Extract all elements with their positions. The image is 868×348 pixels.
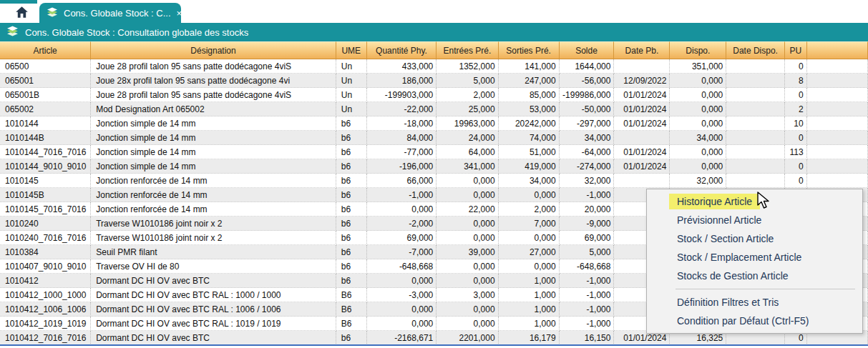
cell-date_dispo[interactable] <box>726 88 785 102</box>
cell-ume[interactable]: B6 <box>336 288 367 302</box>
cell-designation[interactable]: Seuil PMR filant <box>91 245 336 259</box>
cell-ume[interactable]: b6 <box>336 331 367 345</box>
cell-dispo[interactable]: 34,000 <box>670 131 726 145</box>
cell-date_dispo[interactable] <box>726 145 785 159</box>
cell-ume[interactable]: B6 <box>336 317 367 331</box>
cell-solde[interactable]: -1,000 <box>560 188 615 202</box>
cell-sorties_pre[interactable]: 1,000 <box>499 288 560 302</box>
cell-solde[interactable]: 20,000 <box>560 202 615 217</box>
cell-article[interactable]: 1010412_1019_1019 <box>0 317 91 331</box>
cell-article[interactable]: 1010144B <box>0 131 91 145</box>
cell-ume[interactable]: Un <box>336 102 367 116</box>
cell-date_dispo[interactable] <box>726 59 785 74</box>
table-row[interactable]: 06500Joue 28 profil talon 95 sans patte … <box>0 59 868 74</box>
cell-entrees_pre[interactable]: 0,000 <box>437 188 498 202</box>
cell-date_pb[interactable] <box>614 174 670 188</box>
cell-article[interactable]: 1010145 <box>0 174 91 188</box>
cell-entrees_pre[interactable]: 3,000 <box>437 288 498 302</box>
cell-article[interactable]: 065001B <box>0 88 91 102</box>
cell-designation[interactable]: Dormant DC HI OV avec BTC RAL : 1000 / 1… <box>91 288 336 302</box>
cell-entrees_pre[interactable]: 0,000 <box>437 231 498 245</box>
cell-ume[interactable]: Un <box>336 59 367 74</box>
column-header-ume[interactable]: UME <box>336 41 367 59</box>
cell-pu[interactable]: 2 <box>785 102 807 116</box>
cell-ume[interactable]: b6 <box>336 231 367 245</box>
cell-qte_phy[interactable]: 0,000 <box>367 302 437 317</box>
cell-sorties_pre[interactable]: 247,000 <box>499 74 560 88</box>
cell-designation[interactable]: Jonction simple de 14 mm <box>91 131 336 145</box>
cell-pu[interactable]: 8 <box>785 74 807 88</box>
menu-item-d-finition-filtres-et-tris[interactable]: Définition Filtres et Tris <box>647 293 862 312</box>
cell-entrees_pre[interactable]: 2201,000 <box>437 331 498 345</box>
cell-designation[interactable]: Jonction simple de 14 mm <box>91 159 336 174</box>
cell-sorties_pre[interactable]: 74,000 <box>499 131 560 145</box>
cell-designation[interactable]: Dormant DC HI OV avec BTC <box>91 274 336 288</box>
cell-entrees_pre[interactable]: 0,000 <box>437 259 498 274</box>
cell-dispo[interactable]: 0,000 <box>670 145 726 159</box>
cell-pu[interactable]: 0 <box>785 131 807 145</box>
cell-sorties_pre[interactable]: 1,000 <box>499 302 560 317</box>
cell-designation[interactable]: Mod Designation Art 065002 <box>91 102 336 116</box>
cell-entrees_pre[interactable]: 0,000 <box>437 317 498 331</box>
cell-qte_phy[interactable]: -77,000 <box>367 145 437 159</box>
cell-article[interactable]: 1010240_7016_7016 <box>0 231 91 245</box>
cell-sorties_pre[interactable]: 0,000 <box>499 231 560 245</box>
cell-qte_phy[interactable]: 69,000 <box>367 231 437 245</box>
cell-designation[interactable]: Joue 28 profil talon 95 sans patte dodéc… <box>91 88 336 102</box>
cell-solde[interactable]: -274,000 <box>560 159 615 174</box>
cell-article[interactable]: 065002 <box>0 102 91 116</box>
table-row[interactable]: 1010144Jonction simple de 14 mmb6-18,000… <box>0 116 868 131</box>
cell-article[interactable]: 1010384 <box>0 245 91 259</box>
cell-qte_phy[interactable]: -196,000 <box>367 159 437 174</box>
table-row[interactable]: 065001Joue 28x profil talon 95 sans patt… <box>0 74 868 88</box>
cell-designation[interactable]: Joue 28x profil talon 95 sans patte dodé… <box>91 74 336 88</box>
table-row[interactable]: 1010144_9010_9010Jonction simple de 14 m… <box>0 159 868 174</box>
cell-dispo[interactable]: 0,000 <box>670 102 726 116</box>
cell-solde[interactable]: -1,000 <box>560 274 615 288</box>
cell-solde[interactable]: 16,150 <box>560 331 615 345</box>
cell-date_dispo[interactable] <box>726 102 785 116</box>
close-icon[interactable]: × <box>177 9 182 18</box>
cell-article[interactable]: 1010145_7016_7016 <box>0 202 91 217</box>
cell-sorties_pre[interactable]: 51,000 <box>499 145 560 159</box>
cell-pu[interactable]: 0 <box>785 88 807 102</box>
cell-entrees_pre[interactable]: 5,000 <box>437 74 498 88</box>
cell-qte_phy[interactable]: -3,000 <box>367 288 437 302</box>
cell-date_dispo[interactable] <box>726 116 785 131</box>
cell-ume[interactable]: b6 <box>336 274 367 288</box>
cell-article[interactable]: 1010412 <box>0 274 91 288</box>
cell-qte_phy[interactable]: 84,000 <box>367 131 437 145</box>
cell-ume[interactable]: B6 <box>336 302 367 317</box>
cell-sorties_pre[interactable]: 0,000 <box>499 259 560 274</box>
cell-qte_phy[interactable]: -199903,000 <box>367 88 437 102</box>
cell-ume[interactable]: Un <box>336 74 367 88</box>
cell-designation[interactable]: Jonction simple de 14 mm <box>91 116 336 131</box>
table-row[interactable]: 065002Mod Designation Art 065002Un-22,00… <box>0 102 868 116</box>
cell-pu[interactable]: 10 <box>785 116 807 131</box>
cell-pu[interactable]: 0 <box>785 59 807 74</box>
cell-sorties_pre[interactable]: 1,000 <box>499 317 560 331</box>
cell-entrees_pre[interactable]: 0,000 <box>437 274 498 288</box>
table-row[interactable]: 1010145Jonction renforcée de 14 mmb666,0… <box>0 174 868 188</box>
cell-entrees_pre[interactable]: 0,000 <box>437 302 498 317</box>
cell-solde[interactable]: 1644,000 <box>560 59 615 74</box>
cell-solde[interactable]: -1,000 <box>560 302 615 317</box>
cell-date_pb[interactable]: 01/01/2024 <box>614 88 670 102</box>
tab-cons-globale-stock[interactable]: Cons. Globale Stock : C... × <box>39 3 181 23</box>
cell-qte_phy[interactable]: -18,000 <box>367 116 437 131</box>
cell-article[interactable]: 1010145B <box>0 188 91 202</box>
cell-article[interactable]: 1010412_7016_7016 <box>0 331 91 345</box>
menu-item-stock-emplacement-article[interactable]: Stock / Emplacement Article <box>647 248 862 267</box>
cell-entrees_pre[interactable]: 19963,000 <box>437 116 498 131</box>
cell-ume[interactable]: b6 <box>336 174 367 188</box>
cell-designation[interactable]: Jonction renforcée de 14 mm <box>91 174 336 188</box>
column-header-designation[interactable]: Désignation <box>91 41 336 59</box>
cell-date_dispo[interactable] <box>726 159 785 174</box>
cell-entrees_pre[interactable]: 0,000 <box>437 174 498 188</box>
cell-solde[interactable]: -64,000 <box>560 145 615 159</box>
column-header-solde[interactable]: Solde <box>560 41 615 59</box>
cell-sorties_pre[interactable]: 1,000 <box>499 274 560 288</box>
cell-article[interactable]: 065001 <box>0 74 91 88</box>
cell-solde[interactable]: -9,000 <box>560 217 615 231</box>
cell-pu[interactable]: 0 <box>785 174 807 188</box>
